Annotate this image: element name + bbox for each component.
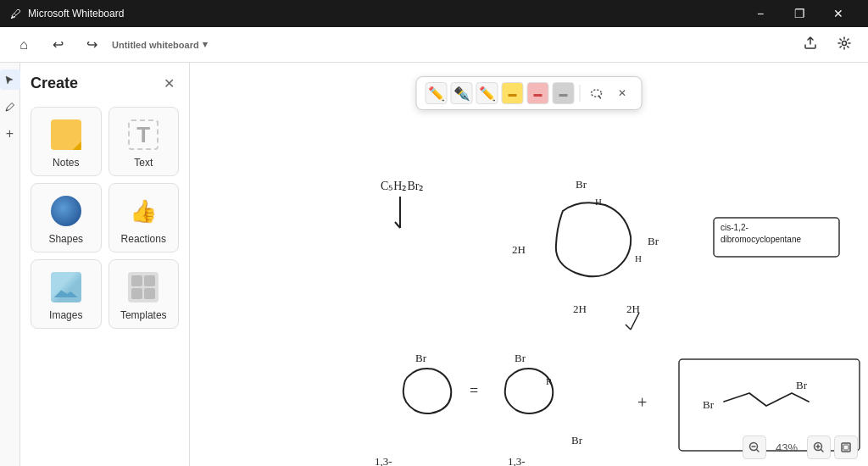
pencil-color-button[interactable]: ✏️ <box>426 82 448 104</box>
panel-title: Create <box>31 75 78 92</box>
svg-point-1 <box>592 90 602 97</box>
shapes-icon-container <box>49 194 83 228</box>
create-reactions-item[interactable]: 👍 Reactions <box>108 183 180 252</box>
svg-text:1,3-: 1,3- <box>508 455 526 466</box>
svg-text:C₅H₂Br₂: C₅H₂Br₂ <box>381 180 424 192</box>
templates-icon-container <box>126 270 160 304</box>
red-pen-button[interactable]: ✒️ <box>451 82 473 104</box>
create-panel: Create ✕ Notes T Text <box>20 63 190 466</box>
canvas-area[interactable]: ✏️ ✒️ ✏️ ▬ ▬ ▬ ✕ C₅H₂Br₂ <box>190 63 868 466</box>
eraser-button[interactable]: ▬ <box>553 82 575 104</box>
lasso-tool-button[interactable] <box>586 82 608 104</box>
images-icon <box>51 272 81 302</box>
yellow-highlighter-button[interactable]: ▬ <box>502 82 524 104</box>
templates-label: Templates <box>120 309 167 321</box>
restore-button[interactable]: ❐ <box>780 0 819 27</box>
svg-text:2H: 2H <box>626 302 640 315</box>
close-button[interactable]: ✕ <box>819 0 858 27</box>
main-layout: + Create ✕ Notes T Text <box>0 63 868 466</box>
text-icon: T <box>128 119 159 150</box>
reactions-icon: 👍 <box>128 196 159 226</box>
svg-text:H: H <box>635 253 642 264</box>
fit-to-screen-button[interactable] <box>834 435 858 459</box>
settings-icon <box>837 36 851 53</box>
reactions-label: Reactions <box>121 233 166 245</box>
create-text-item[interactable]: T Text <box>108 107 180 176</box>
yellow-pencil-button[interactable]: ✏️ <box>476 82 498 104</box>
dropdown-icon: ▾ <box>203 39 208 50</box>
svg-text:+: + <box>637 393 647 412</box>
svg-rect-32 <box>843 445 849 450</box>
redo-icon: ↪ <box>86 36 97 53</box>
images-icon-container <box>49 270 83 304</box>
menu-bar: ⌂ ↩ ↪ Untitled whiteboard ▾ <box>0 27 868 63</box>
title-bar: 🖊 Microsoft Whiteboard − ❐ ✕ <box>0 0 868 27</box>
notes-icon-container <box>49 118 83 152</box>
app-icon: 🖊 <box>10 8 21 20</box>
templates-icon <box>128 272 159 302</box>
svg-text:cis-1,2-: cis-1,2- <box>721 223 748 232</box>
left-toolbar: + <box>0 63 20 466</box>
color-toolbar: ✏️ ✒️ ✏️ ▬ ▬ ▬ ✕ <box>416 76 643 110</box>
add-tool[interactable]: + <box>0 124 20 144</box>
app-title: Microsoft Whiteboard <box>28 8 124 19</box>
svg-text:Br: Br <box>515 352 526 364</box>
window-controls: − ❐ ✕ <box>741 0 858 27</box>
svg-text:2H: 2H <box>573 302 587 315</box>
undo-button[interactable]: ↩ <box>44 31 71 58</box>
share-button[interactable] <box>797 31 824 58</box>
svg-point-0 <box>843 41 847 45</box>
svg-text:2H: 2H <box>512 243 526 256</box>
share-icon <box>804 36 817 53</box>
toolbar-separator <box>580 85 581 102</box>
notes-icon <box>51 119 81 150</box>
create-images-item[interactable]: Images <box>31 259 102 329</box>
svg-text:R: R <box>546 376 553 386</box>
zoom-level: 43% <box>770 441 804 454</box>
settings-button[interactable] <box>831 31 858 58</box>
select-tool[interactable] <box>0 69 20 90</box>
redo-button[interactable]: ↪ <box>78 31 105 58</box>
panel-header: Create ✕ <box>31 73 179 93</box>
whiteboard-drawing: C₅H₂Br₂ Br H Br H 2H 2H 2H cis-1,2- <box>190 63 868 466</box>
svg-text:Br: Br <box>796 379 808 391</box>
svg-text:Br: Br <box>648 235 659 247</box>
svg-line-12 <box>631 313 639 330</box>
zoom-in-button[interactable] <box>807 435 831 459</box>
zoom-out-button[interactable] <box>743 435 766 459</box>
panel-close-button[interactable]: ✕ <box>159 73 179 93</box>
undo-icon: ↩ <box>53 36 64 53</box>
pen-tool[interactable] <box>0 97 20 117</box>
svg-text:H: H <box>595 197 602 207</box>
svg-text:Br: Br <box>415 352 427 364</box>
pink-highlighter-button[interactable]: ▬ <box>527 82 549 104</box>
text-icon-container: T <box>126 118 160 152</box>
create-shapes-item[interactable]: Shapes <box>31 183 102 252</box>
svg-text:1,3-: 1,3- <box>375 455 392 466</box>
text-label: Text <box>134 157 153 169</box>
home-icon: ⌂ <box>19 37 28 53</box>
shapes-label: Shapes <box>48 233 83 245</box>
bottom-bar: 43% <box>743 435 858 459</box>
create-grid: Notes T Text Shapes 👍 Re <box>31 107 179 329</box>
svg-text:Br: Br <box>571 434 583 447</box>
svg-text:Br: Br <box>576 178 587 191</box>
notes-label: Notes <box>53 157 79 169</box>
reactions-icon-container: 👍 <box>126 194 160 228</box>
create-templates-item[interactable]: Templates <box>108 259 180 329</box>
shapes-icon <box>51 196 81 226</box>
svg-text:Br: Br <box>703 398 715 411</box>
svg-text:dibromocyclopentane: dibromocyclopentane <box>721 235 801 244</box>
create-notes-item[interactable]: Notes <box>31 107 102 176</box>
whiteboard-title[interactable]: Untitled whiteboard ▾ <box>112 39 208 50</box>
toolbar-close-button[interactable]: ✕ <box>611 82 633 104</box>
svg-text:=: = <box>470 382 478 399</box>
svg-line-13 <box>626 325 631 330</box>
minimize-button[interactable]: − <box>741 0 780 27</box>
whiteboard-name: Untitled whiteboard <box>112 40 199 50</box>
images-label: Images <box>49 309 82 321</box>
home-button[interactable]: ⌂ <box>10 31 37 58</box>
